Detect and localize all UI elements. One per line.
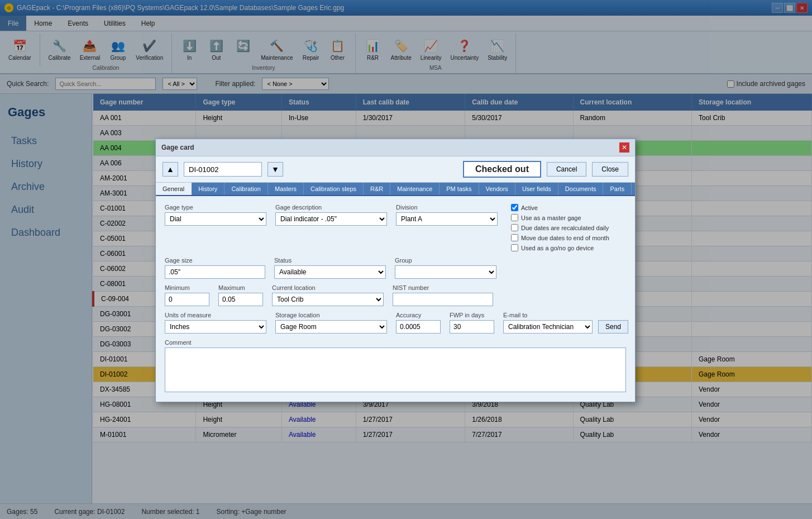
gage-desc-select[interactable]: Dial indicator - .05": [275, 212, 387, 226]
fwp-group: FWP in days: [450, 312, 494, 334]
modal-body: Gage type Dial Gage description Dial ind…: [156, 196, 635, 402]
tab-vendors[interactable]: Vendors: [479, 183, 515, 195]
email-select[interactable]: Calibration Technician: [503, 320, 593, 334]
send-btn[interactable]: Send: [598, 320, 628, 334]
nav-prev-btn[interactable]: ▲: [163, 162, 178, 177]
maximum-group: Maximum: [218, 284, 263, 306]
modal-overlay: Gage card ✕ ▲ ▼ Checked out Cancel Close…: [0, 0, 812, 508]
form-row-1: Gage type Dial Gage description Dial ind…: [165, 204, 626, 251]
modal-title: Gage card: [161, 144, 194, 151]
tab-general[interactable]: General: [156, 183, 192, 195]
tab-user-fields[interactable]: User fields: [515, 183, 558, 195]
maximum-label: Maximum: [218, 284, 263, 291]
group-select[interactable]: [395, 265, 496, 279]
nist-label: NIST number: [393, 284, 493, 291]
current-loc-label: Current location: [272, 284, 384, 291]
modal-x-btn[interactable]: ✕: [619, 142, 629, 153]
active-checkbox[interactable]: [511, 204, 518, 211]
form-row-4: Units of measure Inches Storage location…: [165, 312, 626, 334]
gage-desc-group: Gage description Dial indicator - .05": [275, 204, 387, 226]
modal-header: Gage card ✕: [156, 139, 635, 156]
cancel-btn[interactable]: Cancel: [547, 162, 586, 177]
current-loc-group: Current location Tool Crib: [272, 284, 384, 306]
move-end-month-checkbox[interactable]: [511, 234, 518, 241]
active-label: Active: [521, 204, 538, 211]
email-group: E-mail to Calibration Technician Send: [503, 312, 628, 334]
email-label: E-mail to: [503, 312, 593, 318]
recalc-daily-checkbox[interactable]: [511, 224, 518, 231]
comment-section: Comment: [165, 339, 626, 394]
group-label: Group: [395, 257, 496, 264]
gage-type-select[interactable]: Dial: [165, 212, 266, 226]
division-select[interactable]: Plant A: [396, 212, 498, 226]
gage-desc-label: Gage description: [275, 204, 387, 211]
division-group: Division Plant A: [396, 204, 498, 226]
status-select[interactable]: Available: [274, 265, 386, 279]
accuracy-label: Accuracy: [396, 312, 441, 318]
tab-pm-tasks[interactable]: PM tasks: [440, 183, 479, 195]
comment-label: Comment: [165, 339, 626, 346]
fwp-label: FWP in days: [450, 312, 494, 318]
master-gage-label: Use as a master gage: [521, 215, 581, 221]
group-group: Group: [395, 257, 496, 279]
go-no-go-checkbox-item: Used as a go/no go device: [511, 244, 609, 251]
gage-card-modal: Gage card ✕ ▲ ▼ Checked out Cancel Close…: [155, 139, 636, 402]
comment-textarea[interactable]: [165, 347, 626, 392]
gage-type-label: Gage type: [165, 204, 266, 211]
checked-out-badge: Checked out: [463, 161, 541, 178]
master-gage-checkbox[interactable]: [511, 214, 518, 221]
master-gage-checkbox-item: Use as a master gage: [511, 214, 609, 221]
storage-loc-select[interactable]: Gage Room: [275, 320, 387, 334]
gage-size-group: Gage size: [165, 257, 265, 279]
gage-type-group: Gage type Dial: [165, 204, 266, 226]
tab-calibration[interactable]: Calibration: [225, 183, 268, 195]
checkbox-group: Active Use as a master gage Due dates ar…: [511, 204, 609, 251]
minimum-label: Minimum: [165, 284, 209, 291]
status-group: Status Available: [274, 257, 386, 279]
tab-parts[interactable]: Parts: [603, 183, 632, 195]
tab-maintenance[interactable]: Maintenance: [390, 183, 440, 195]
division-label: Division: [396, 204, 498, 211]
go-no-go-label: Used as a go/no go device: [521, 245, 594, 251]
current-loc-select[interactable]: Tool Crib: [272, 293, 384, 306]
tab-rr[interactable]: R&R: [364, 183, 390, 195]
units-group: Units of measure Inches: [165, 312, 266, 334]
modal-tabs: General History Calibration Masters Cali…: [156, 183, 635, 196]
nav-next-btn[interactable]: ▼: [268, 162, 283, 177]
tab-history[interactable]: History: [192, 183, 225, 195]
units-select[interactable]: Inches: [165, 320, 266, 334]
minimum-input[interactable]: [165, 293, 209, 306]
tab-documents[interactable]: Documents: [558, 183, 604, 195]
move-end-month-checkbox-item: Move due dates to end of month: [511, 234, 609, 241]
tab-calibration-steps[interactable]: Calibration steps: [304, 183, 364, 195]
active-checkbox-item: Active: [511, 204, 609, 211]
tab-masters[interactable]: Masters: [268, 183, 304, 195]
nist-input[interactable]: [393, 293, 493, 306]
units-label: Units of measure: [165, 312, 266, 318]
storage-loc-group: Storage location Gage Room: [275, 312, 387, 334]
gage-size-label: Gage size: [165, 257, 265, 264]
storage-loc-label: Storage location: [275, 312, 387, 318]
status-field-label: Status: [274, 257, 386, 264]
accuracy-group: Accuracy: [396, 312, 441, 334]
gage-id-input[interactable]: [184, 162, 262, 177]
form-row-2: Gage size Status Available Group: [165, 257, 626, 279]
gage-size-input[interactable]: [165, 265, 265, 279]
nist-group: NIST number: [393, 284, 493, 306]
maximum-input[interactable]: [218, 293, 263, 306]
form-row-3: Minimum Maximum Current location Tool Cr…: [165, 284, 626, 306]
modal-nav-row: ▲ ▼ Checked out Cancel Close: [156, 156, 635, 183]
go-no-go-checkbox[interactable]: [511, 244, 518, 251]
move-end-month-label: Move due dates to end of month: [521, 235, 609, 241]
recalc-daily-label: Due dates are recalculated daily: [521, 225, 609, 231]
fwp-input[interactable]: [450, 320, 494, 334]
recalc-daily-checkbox-item: Due dates are recalculated daily: [511, 224, 609, 231]
close-modal-btn[interactable]: Close: [592, 162, 628, 177]
minimum-group: Minimum: [165, 284, 209, 306]
accuracy-input[interactable]: [396, 320, 441, 334]
